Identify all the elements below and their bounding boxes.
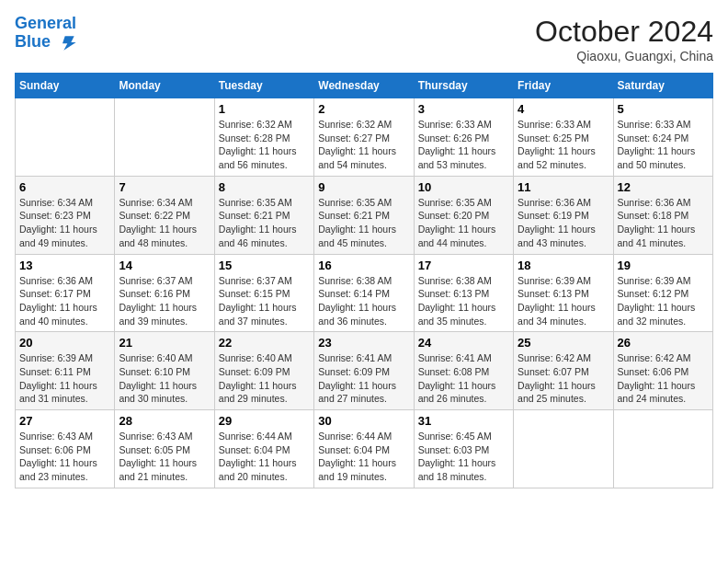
day-number: 12 [618, 180, 709, 194]
calendar-cell: 6Sunrise: 6:34 AM Sunset: 6:23 PM Daylig… [16, 176, 115, 254]
calendar-cell: 14Sunrise: 6:37 AM Sunset: 6:16 PM Dayli… [115, 254, 214, 332]
day-info: Sunrise: 6:35 AM Sunset: 6:20 PM Dayligh… [418, 196, 509, 250]
calendar-cell: 10Sunrise: 6:35 AM Sunset: 6:20 PM Dayli… [414, 176, 513, 254]
calendar-cell: 20Sunrise: 6:39 AM Sunset: 6:11 PM Dayli… [16, 332, 115, 410]
day-info: Sunrise: 6:36 AM Sunset: 6:18 PM Dayligh… [618, 196, 709, 250]
day-number: 11 [518, 180, 609, 194]
day-number: 3 [418, 102, 509, 116]
day-info: Sunrise: 6:33 AM Sunset: 6:24 PM Dayligh… [618, 118, 709, 172]
weekday-header: Sunday [16, 74, 115, 98]
day-number: 21 [119, 336, 210, 350]
day-info: Sunrise: 6:33 AM Sunset: 6:26 PM Dayligh… [418, 118, 509, 172]
day-number: 22 [219, 336, 310, 350]
calendar-cell [115, 98, 214, 177]
calendar-cell: 7Sunrise: 6:34 AM Sunset: 6:22 PM Daylig… [115, 176, 214, 254]
day-info: Sunrise: 6:37 AM Sunset: 6:15 PM Dayligh… [219, 274, 310, 328]
calendar-cell [16, 98, 115, 177]
day-number: 26 [618, 336, 709, 350]
day-info: Sunrise: 6:40 AM Sunset: 6:10 PM Dayligh… [119, 351, 210, 406]
day-info: Sunrise: 6:32 AM Sunset: 6:28 PM Dayligh… [219, 118, 310, 172]
day-info: Sunrise: 6:44 AM Sunset: 6:04 PM Dayligh… [219, 430, 310, 484]
day-number: 23 [318, 336, 409, 350]
calendar-week-row: 20Sunrise: 6:39 AM Sunset: 6:11 PM Dayli… [16, 332, 713, 410]
calendar-cell: 25Sunrise: 6:42 AM Sunset: 6:07 PM Dayli… [514, 332, 613, 410]
logo-icon [59, 33, 77, 52]
day-info: Sunrise: 6:36 AM Sunset: 6:19 PM Dayligh… [518, 196, 609, 250]
weekday-header: Monday [115, 74, 214, 98]
day-number: 15 [219, 259, 310, 272]
day-info: Sunrise: 6:44 AM Sunset: 6:04 PM Dayligh… [318, 430, 409, 484]
calendar-cell: 2Sunrise: 6:32 AM Sunset: 6:27 PM Daylig… [314, 98, 414, 177]
day-info: Sunrise: 6:34 AM Sunset: 6:23 PM Dayligh… [19, 196, 110, 250]
weekday-header: Friday [514, 74, 613, 98]
day-info: Sunrise: 6:34 AM Sunset: 6:22 PM Dayligh… [119, 196, 210, 250]
logo: General Blue [15, 15, 77, 52]
svg-marker-0 [63, 36, 76, 50]
calendar-cell: 5Sunrise: 6:33 AM Sunset: 6:24 PM Daylig… [613, 98, 712, 177]
day-number: 10 [418, 180, 509, 194]
calendar-cell: 27Sunrise: 6:43 AM Sunset: 6:06 PM Dayli… [16, 410, 115, 488]
calendar-cell: 11Sunrise: 6:36 AM Sunset: 6:19 PM Dayli… [514, 176, 613, 254]
weekday-header: Saturday [613, 74, 712, 98]
calendar-cell: 24Sunrise: 6:41 AM Sunset: 6:08 PM Dayli… [414, 332, 513, 410]
day-info: Sunrise: 6:32 AM Sunset: 6:27 PM Dayligh… [318, 118, 409, 172]
calendar-cell: 9Sunrise: 6:35 AM Sunset: 6:21 PM Daylig… [314, 176, 414, 254]
calendar-week-row: 27Sunrise: 6:43 AM Sunset: 6:06 PM Dayli… [16, 410, 713, 488]
calendar-week-row: 13Sunrise: 6:36 AM Sunset: 6:17 PM Dayli… [16, 254, 713, 332]
calendar-cell: 17Sunrise: 6:38 AM Sunset: 6:13 PM Dayli… [414, 254, 513, 332]
calendar-cell: 3Sunrise: 6:33 AM Sunset: 6:26 PM Daylig… [414, 98, 513, 177]
day-info: Sunrise: 6:39 AM Sunset: 6:11 PM Dayligh… [19, 351, 110, 406]
day-info: Sunrise: 6:42 AM Sunset: 6:06 PM Dayligh… [618, 351, 709, 406]
day-number: 5 [618, 102, 709, 116]
day-number: 30 [318, 414, 409, 428]
calendar-header-row: SundayMondayTuesdayWednesdayThursdayFrid… [16, 74, 713, 98]
day-info: Sunrise: 6:40 AM Sunset: 6:09 PM Dayligh… [219, 351, 310, 406]
calendar-table: SundayMondayTuesdayWednesdayThursdayFrid… [15, 73, 713, 488]
day-number: 9 [318, 180, 409, 194]
day-number: 20 [19, 336, 110, 350]
day-number: 4 [518, 102, 609, 116]
calendar-cell: 1Sunrise: 6:32 AM Sunset: 6:28 PM Daylig… [214, 98, 313, 177]
day-info: Sunrise: 6:43 AM Sunset: 6:06 PM Dayligh… [19, 430, 110, 484]
calendar-cell: 19Sunrise: 6:39 AM Sunset: 6:12 PM Dayli… [613, 254, 712, 332]
day-number: 2 [318, 102, 409, 116]
day-info: Sunrise: 6:35 AM Sunset: 6:21 PM Dayligh… [318, 196, 409, 250]
month-title: October 2024 [535, 15, 713, 49]
day-info: Sunrise: 6:38 AM Sunset: 6:14 PM Dayligh… [318, 274, 409, 328]
day-number: 14 [119, 259, 210, 272]
day-number: 31 [418, 414, 509, 428]
day-info: Sunrise: 6:41 AM Sunset: 6:09 PM Dayligh… [318, 351, 409, 406]
weekday-header: Tuesday [214, 74, 313, 98]
day-number: 27 [19, 414, 110, 428]
calendar-week-row: 1Sunrise: 6:32 AM Sunset: 6:28 PM Daylig… [16, 98, 713, 177]
calendar-cell: 29Sunrise: 6:44 AM Sunset: 6:04 PM Dayli… [214, 410, 313, 488]
calendar-cell: 16Sunrise: 6:38 AM Sunset: 6:14 PM Dayli… [314, 254, 414, 332]
calendar-week-row: 6Sunrise: 6:34 AM Sunset: 6:23 PM Daylig… [16, 176, 713, 254]
calendar-cell: 4Sunrise: 6:33 AM Sunset: 6:25 PM Daylig… [514, 98, 613, 177]
title-block: October 2024 Qiaoxu, Guangxi, China [535, 15, 713, 63]
day-info: Sunrise: 6:42 AM Sunset: 6:07 PM Dayligh… [518, 351, 609, 406]
day-info: Sunrise: 6:33 AM Sunset: 6:25 PM Dayligh… [518, 118, 609, 172]
day-number: 7 [119, 180, 210, 194]
day-info: Sunrise: 6:38 AM Sunset: 6:13 PM Dayligh… [418, 274, 509, 328]
calendar-cell: 8Sunrise: 6:35 AM Sunset: 6:21 PM Daylig… [214, 176, 313, 254]
day-number: 28 [119, 414, 210, 428]
day-number: 24 [418, 336, 509, 350]
day-number: 25 [518, 336, 609, 350]
calendar-cell: 28Sunrise: 6:43 AM Sunset: 6:05 PM Dayli… [115, 410, 214, 488]
weekday-header: Wednesday [314, 74, 414, 98]
day-number: 19 [618, 259, 709, 272]
calendar-cell: 21Sunrise: 6:40 AM Sunset: 6:10 PM Dayli… [115, 332, 214, 410]
day-info: Sunrise: 6:45 AM Sunset: 6:03 PM Dayligh… [418, 430, 509, 484]
day-info: Sunrise: 6:36 AM Sunset: 6:17 PM Dayligh… [19, 274, 110, 328]
day-info: Sunrise: 6:41 AM Sunset: 6:08 PM Dayligh… [418, 351, 509, 406]
location: Qiaoxu, Guangxi, China [535, 49, 713, 63]
calendar-cell [613, 410, 712, 488]
calendar-cell: 12Sunrise: 6:36 AM Sunset: 6:18 PM Dayli… [613, 176, 712, 254]
logo-text: General [15, 15, 77, 33]
day-info: Sunrise: 6:39 AM Sunset: 6:13 PM Dayligh… [518, 274, 609, 328]
calendar-body: 1Sunrise: 6:32 AM Sunset: 6:28 PM Daylig… [16, 98, 713, 488]
day-number: 16 [318, 259, 409, 272]
day-number: 1 [219, 102, 310, 116]
calendar-cell: 26Sunrise: 6:42 AM Sunset: 6:06 PM Dayli… [613, 332, 712, 410]
